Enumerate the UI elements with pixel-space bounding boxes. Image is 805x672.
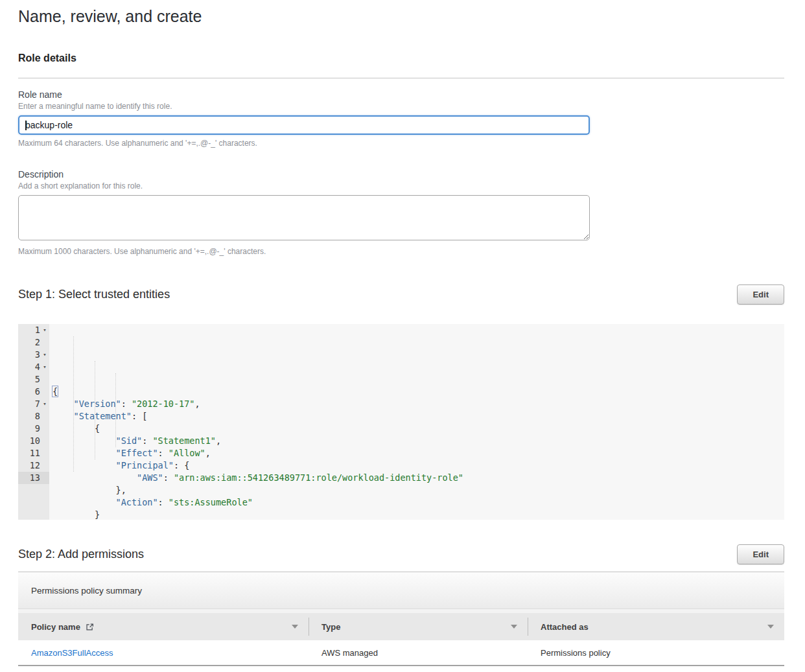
fold-arrow-icon[interactable]: ▾ [40,349,49,361]
line-number: 5 [18,373,40,386]
code-text: , [194,399,200,409]
line-number: 13 [18,472,40,484]
code-text: : [121,399,132,409]
code-text [52,448,116,458]
code-line[interactable]: "Version": "2012-10-17", [49,398,784,410]
bottom-spacer [18,666,784,672]
panel-header: Permissions policy summary [18,572,784,608]
code-text [52,435,116,446]
line-number: 7 [18,398,40,410]
code-text: : [ [132,411,147,421]
line-number: 11 [18,447,40,459]
policy-type-cell: AWS managed [309,648,528,658]
gutter-line: 7▾ [18,398,49,410]
json-key: "Action" [116,497,158,507]
json-key: "Version" [74,399,121,409]
section-divider [18,78,784,78]
code-line[interactable]: "Effect": "Allow", [49,447,784,459]
step1-edit-button[interactable]: Edit [737,284,784,305]
policy-link[interactable]: AmazonS3FullAccess [31,648,113,658]
json-key: "Principal" [116,460,174,470]
code-text [52,399,74,409]
code-line[interactable]: { [49,386,784,398]
json-string: "sts:AssumeRole" [169,497,253,507]
gutter-line: 11 [18,447,49,459]
line-number: 9 [18,423,40,435]
external-link-icon [86,623,94,631]
line-number: 10 [18,435,40,447]
code-text: : { [174,460,189,470]
gutter-line: 5 [18,373,49,386]
column-header-type[interactable]: Type [309,613,528,640]
policy-table-header: Policy name Type Attached as [18,613,784,640]
attached-as-cell: Permissions policy [528,648,784,658]
json-string: "Allow" [169,448,205,458]
panel-title: Permissions policy summary [31,586,142,596]
gutter-line: 8 [18,410,49,423]
description-input[interactable] [18,195,590,240]
step1-heading: Step 1: Select trusted entities [18,288,170,301]
fold-arrow-icon[interactable]: ▾ [40,324,49,336]
code-text: : [142,435,152,446]
code-text: , [216,435,221,446]
gutter-line: 9 [18,423,49,435]
page: Name, review, and create Role details Ro… [18,6,784,672]
filter-triangle-icon[interactable] [292,625,298,629]
code-line[interactable]: "Sid": "Statement1", [49,435,784,447]
gutter-line: 10 [18,435,49,447]
step2-edit-button[interactable]: Edit [737,544,784,564]
editor-code[interactable]: { "Version": "2012-10-17", "Statement": … [49,324,784,520]
column-header-policy-name[interactable]: Policy name [18,613,309,640]
gutter-line: 1▾ [18,324,49,336]
indent-guide [115,373,116,447]
code-text: : [158,448,169,458]
gutter-line: 4▾ [18,361,49,373]
fold-arrow-icon[interactable]: ▾ [40,398,49,410]
gutter-line: 2 [18,336,49,349]
role-name-label: Role name [18,89,784,100]
trust-policy-editor[interactable]: 1▾23▾4▾567▾8910111213 { "Version": "2012… [18,324,784,520]
code-text: { [52,423,100,434]
code-line[interactable]: "Principal": { [49,459,784,472]
json-string: "2012-10-17" [132,399,195,409]
step1-header-row: Step 1: Select trusted entities Edit [18,284,784,305]
role-name-input[interactable] [18,115,590,135]
line-number: 2 [18,336,40,349]
code-line[interactable]: { [49,423,784,435]
code-text [52,497,116,507]
code-line[interactable]: } [49,509,784,520]
indent-guide [95,361,95,459]
step2-header-row: Step 2: Add permissions Edit [18,544,784,564]
code-text: : [158,497,169,507]
filter-triangle-icon[interactable] [511,625,517,629]
step2-heading: Step 2: Add permissions [18,548,144,561]
description-label: Description [18,169,784,180]
code-text: }, [52,485,126,495]
gutter-line: 13 [18,472,49,484]
description-helper: Add a short explanation for this role. [18,181,784,191]
line-number: 1 [18,324,40,336]
panel-gap [18,608,784,613]
role-name-constraint: Maximum 64 characters. Use alphanumeric … [18,139,784,148]
line-number: 8 [18,410,40,423]
json-string: "Statement1" [152,435,216,446]
code-line[interactable]: "Statement": [ [49,410,784,423]
editor-gutter: 1▾23▾4▾567▾8910111213 [18,324,49,520]
table-row: AmazonS3FullAccess AWS managed Permissio… [18,640,784,666]
fold-arrow-icon[interactable]: ▾ [40,361,49,373]
code-line[interactable]: "Action": "sts:AssumeRole" [49,496,784,509]
page-title: Name, review, and create [18,6,784,26]
code-text [52,411,74,421]
code-text [52,472,137,483]
column-header-attached-as[interactable]: Attached as [528,613,784,640]
json-key: "Effect" [116,448,158,458]
line-number: 6 [18,386,40,398]
code-text [52,460,116,470]
indent-guide [73,336,74,472]
code-line[interactable]: }, [49,484,784,496]
role-details-heading: Role details [18,52,784,64]
filter-triangle-icon[interactable] [767,625,774,629]
code-text: , [205,448,211,458]
code-line[interactable]: "AWS": "arn:aws:iam::541263489771:role/w… [49,472,784,484]
line-number: 12 [18,459,40,472]
